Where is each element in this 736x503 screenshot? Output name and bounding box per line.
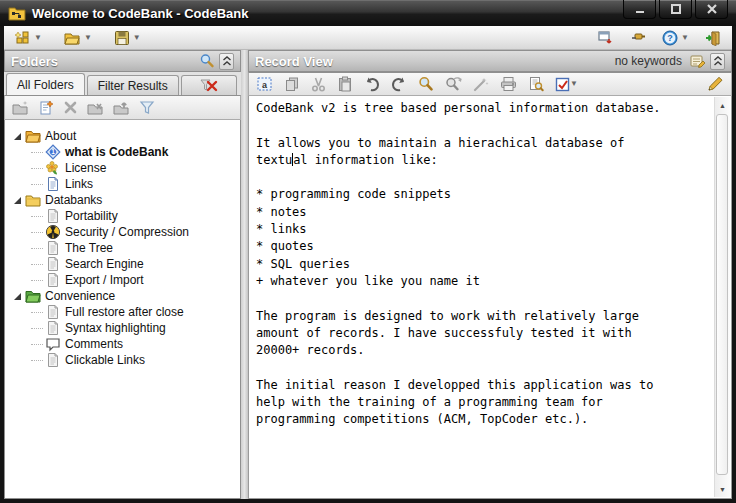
tree-item-label: The Tree <box>65 240 113 256</box>
expander-icon[interactable] <box>11 290 23 302</box>
find-next-button[interactable] <box>445 76 462 92</box>
exit-button[interactable] <box>701 29 726 47</box>
tree-connector <box>31 344 43 345</box>
tab-filter-results[interactable]: Filter Results <box>87 75 179 95</box>
paste-button[interactable] <box>337 76 353 92</box>
new-folder-button[interactable] <box>12 100 29 116</box>
redo-button[interactable] <box>391 76 407 92</box>
minimize-button[interactable] <box>623 0 656 19</box>
tree-item-syntax-highlighting[interactable]: Syntax highlighting <box>5 320 240 336</box>
scroll-thumb[interactable] <box>716 114 728 475</box>
paste-icon <box>337 76 353 92</box>
tree-item-what-is-codebank[interactable]: 1what is CodeBank <box>5 144 240 160</box>
pin-button[interactable] <box>626 29 650 47</box>
record-text-area[interactable]: CodeBank v2 is tree based personal infor… <box>248 96 732 499</box>
tree-item-security-compression[interactable]: Security / Compression <box>5 224 240 240</box>
new-icon <box>14 30 31 46</box>
replace-button[interactable] <box>473 76 489 92</box>
save-dropdown-arrow-icon[interactable]: ▼ <box>133 34 141 42</box>
expander-icon[interactable] <box>11 130 23 142</box>
tree-item-databanks[interactable]: Databanks <box>5 192 240 208</box>
new-button[interactable]: ▼ <box>10 29 46 47</box>
window-title: Welcome to CodeBank - CodeBank <box>32 6 248 21</box>
new-folder-icon <box>12 100 29 116</box>
tree-item-clickable-links[interactable]: Clickable Links <box>5 352 240 368</box>
panel-splitter[interactable] <box>241 50 248 499</box>
pencil-icon <box>707 76 724 92</box>
save-button[interactable]: ▼ <box>110 29 145 47</box>
select-all-button[interactable]: a <box>256 76 273 92</box>
checkbox-dropdown-arrow-icon[interactable]: ▼ <box>570 80 578 88</box>
vertical-scrollbar[interactable]: ▲ ▼ <box>714 97 730 497</box>
detach-window-button[interactable] <box>593 29 618 47</box>
delete-button[interactable] <box>63 100 78 115</box>
expander-icon[interactable] <box>11 194 23 206</box>
text-line: CodeBank v2 is tree based personal infor… <box>256 101 711 118</box>
edit-record-button[interactable] <box>707 76 724 92</box>
tab-all-folders[interactable]: All Folders <box>6 73 85 95</box>
cut-button[interactable] <box>311 76 326 92</box>
new-dropdown-arrow-icon[interactable]: ▼ <box>34 34 42 42</box>
flower-icon <box>45 160 61 176</box>
copy-button[interactable] <box>284 76 300 92</box>
undo-button[interactable] <box>364 76 380 92</box>
help-dropdown-arrow-icon[interactable]: ▼ <box>681 34 689 42</box>
scroll-down-icon[interactable]: ▼ <box>715 482 730 496</box>
maximize-button[interactable] <box>659 0 692 19</box>
tree-item-full-restore-after-close[interactable]: Full restore after close <box>5 304 240 320</box>
checkbox-icon <box>555 77 570 92</box>
filter-button[interactable] <box>139 100 155 115</box>
open-button[interactable]: ▼ <box>60 29 96 47</box>
tree-connector <box>31 280 43 281</box>
maximize-icon <box>670 4 682 14</box>
folder-open-green-icon <box>25 288 41 304</box>
record-collapse-button[interactable] <box>710 53 725 70</box>
paste-record-button[interactable] <box>113 100 130 116</box>
cut-icon <box>311 76 326 92</box>
record-text[interactable]: CodeBank v2 is tree based personal infor… <box>256 101 711 496</box>
text-line: + whatever you like you name it <box>256 274 711 291</box>
tree-item-the-tree[interactable]: The Tree <box>5 240 240 256</box>
new-record-item-button[interactable] <box>38 100 54 116</box>
tree-connector <box>31 264 43 265</box>
tab-clear-filter[interactable] <box>181 75 237 95</box>
folders-collapse-button[interactable] <box>219 53 234 70</box>
tree-item-label: About <box>45 128 76 144</box>
text-line: The initial reason I developped this app… <box>256 378 711 395</box>
copy-icon <box>284 76 300 92</box>
find-button[interactable] <box>418 76 434 92</box>
help-button[interactable]: ?▼ <box>658 29 693 47</box>
text-line: programming competitions (ACM, TopCoder … <box>256 412 711 429</box>
print-preview-button[interactable] <box>528 76 544 92</box>
tree-item-comments[interactable]: Comments <box>5 336 240 352</box>
text-line <box>256 360 711 377</box>
tree-item-about[interactable]: About <box>5 128 240 144</box>
tree-item-convenience[interactable]: Convenience <box>5 288 240 304</box>
checkbox-button[interactable]: ▼ <box>555 77 578 92</box>
tree-item-portability[interactable]: Portability <box>5 208 240 224</box>
window-controls <box>623 0 728 19</box>
tree-item-license[interactable]: License <box>5 160 240 176</box>
tree-item-search-engine[interactable]: Search Engine <box>5 256 240 272</box>
text-line: * links <box>256 222 711 239</box>
print-button[interactable] <box>500 76 517 92</box>
text-line: help with the training of a programming … <box>256 395 711 412</box>
print-icon <box>500 76 517 92</box>
save-icon <box>114 30 130 46</box>
delete-icon <box>63 100 78 115</box>
tree-item-links[interactable]: Links <box>5 176 240 192</box>
folders-panel: Folders <box>4 50 241 499</box>
tree-item-label: Export / Import <box>65 272 144 288</box>
text-line: It allows you to maintain a hierachical … <box>256 136 711 153</box>
document-icon <box>45 352 61 368</box>
keywords-button[interactable] <box>690 54 706 68</box>
open-dropdown-arrow-icon[interactable]: ▼ <box>84 34 92 42</box>
scroll-up-icon[interactable]: ▲ <box>715 98 730 112</box>
close-button[interactable] <box>695 0 728 19</box>
record-panel-title: Record View <box>255 54 333 69</box>
text-caret <box>292 153 293 166</box>
text-line: * notes <box>256 205 711 222</box>
tree-item-export-import[interactable]: Export / Import <box>5 272 240 288</box>
folders-search-button[interactable] <box>199 53 215 69</box>
cut-record-button[interactable] <box>87 100 104 116</box>
